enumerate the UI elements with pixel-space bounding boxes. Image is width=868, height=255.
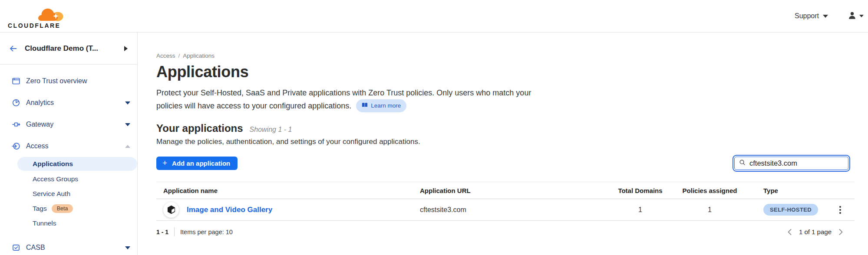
page-indicator: 1 of 1 page xyxy=(799,228,832,235)
next-page-icon[interactable] xyxy=(838,229,843,235)
chevron-down-icon xyxy=(859,15,864,17)
top-bar: CLOUDFLARE Support xyxy=(0,0,868,33)
cloudflare-cloud-icon xyxy=(37,7,65,23)
application-cube-icon xyxy=(163,202,179,218)
access-subnav: Applications Access Groups Service Auth … xyxy=(0,157,137,231)
section-subtext: Manage the policies, authentication, and… xyxy=(156,137,868,146)
total-domains-value: 1 xyxy=(607,206,674,214)
page-title: Applications xyxy=(156,63,868,81)
column-type: Type xyxy=(746,182,826,199)
sidebar-expand-icon[interactable] xyxy=(124,46,128,51)
column-application-name: Application name xyxy=(156,182,420,199)
page-description: Protect your Self-Hosted, SaaS and Priva… xyxy=(156,87,541,112)
sidebar-item-access-groups[interactable]: Access Groups xyxy=(0,172,137,186)
sidebar-item-label: Gateway xyxy=(26,121,53,128)
back-arrow-icon[interactable] xyxy=(9,44,18,53)
breadcrumb-separator: / xyxy=(178,52,180,59)
table-row: Image and Video Gallery cftestsite3.com … xyxy=(156,199,855,221)
cloudflare-wordmark: CLOUDFLARE xyxy=(8,22,60,29)
chevron-down-icon xyxy=(125,101,130,105)
sidebar-item-access[interactable]: Access xyxy=(0,135,137,157)
add-application-label: Add an application xyxy=(172,160,230,167)
sidebar-item-gateway[interactable]: Gateway xyxy=(0,114,137,135)
sidebar-item-analytics[interactable]: Analytics xyxy=(0,92,137,114)
section-title: Your applications xyxy=(156,122,243,134)
application-name-link[interactable]: Image and Video Gallery xyxy=(187,206,272,214)
items-per-page[interactable]: Items per page: 10 xyxy=(180,229,233,235)
add-application-button[interactable]: + Add an application xyxy=(156,157,238,170)
book-icon xyxy=(362,101,368,111)
sidebar-account-header: Cloudflare Demo (T... xyxy=(0,33,137,65)
sidebar-item-tunnels[interactable]: Tunnels xyxy=(0,216,137,231)
access-icon xyxy=(12,142,20,150)
chevron-down-icon xyxy=(125,123,130,126)
casb-icon xyxy=(12,243,20,252)
sidebar-item-applications[interactable]: Applications xyxy=(17,157,137,171)
search-input[interactable] xyxy=(749,159,844,167)
analytics-icon xyxy=(12,98,20,107)
sidebar-item-zero-trust-overview[interactable]: Zero Trust overview xyxy=(0,70,137,92)
gateway-icon xyxy=(12,120,20,129)
cloudflare-logo[interactable]: CLOUDFLARE xyxy=(8,5,66,27)
sidebar-item-label: Analytics xyxy=(26,99,54,107)
previous-page-icon[interactable] xyxy=(787,229,792,235)
breadcrumb-access[interactable]: Access xyxy=(156,52,175,59)
row-actions-kebab-icon[interactable] xyxy=(838,204,843,216)
learn-more-label: Learn more xyxy=(371,101,401,111)
user-menu[interactable] xyxy=(848,11,864,21)
column-application-url: Application URL xyxy=(420,182,607,199)
chevron-down-icon xyxy=(125,246,130,249)
sidebar-item-label: Access xyxy=(26,142,49,150)
sidebar-item-label: Access Groups xyxy=(33,175,78,183)
account-name[interactable]: Cloudflare Demo (T... xyxy=(25,44,98,53)
support-menu[interactable]: Support xyxy=(795,12,828,20)
type-badge: SELF-HOSTED xyxy=(763,204,818,216)
table-footer: 1 - 1 Items per page: 10 1 of 1 page xyxy=(156,227,855,236)
breadcrumb-applications[interactable]: Applications xyxy=(183,52,215,59)
sidebar-item-tags[interactable]: Tags Beta xyxy=(0,201,137,216)
divider xyxy=(174,227,175,236)
page-description-text: Protect your Self-Hosted, SaaS and Priva… xyxy=(156,88,531,110)
policies-assigned-value: 1 xyxy=(674,206,746,214)
sidebar-item-label: CASB xyxy=(26,244,45,252)
main-content: Access/Applications Applications Protect… xyxy=(138,33,868,255)
column-total-domains: Total Domains xyxy=(607,182,674,199)
items-range: 1 - 1 xyxy=(156,229,168,235)
search-box xyxy=(734,157,848,170)
sidebar-item-label: Service Auth xyxy=(33,190,70,198)
breadcrumb: Access/Applications xyxy=(156,52,868,59)
chevron-up-icon xyxy=(125,145,130,148)
sidebar-item-label: Applications xyxy=(33,160,73,168)
sidebar-item-label: Zero Trust overview xyxy=(26,77,87,85)
chevron-down-icon xyxy=(823,15,828,18)
sidebar-item-service-auth[interactable]: Service Auth xyxy=(0,186,137,201)
sidebar-item-label: Tunnels xyxy=(33,219,56,227)
search-icon xyxy=(739,159,746,167)
user-icon xyxy=(848,11,856,21)
sidebar-item-casb[interactable]: CASB xyxy=(0,237,137,255)
sidebar-nav: Zero Trust overview Analytics Gateway xyxy=(0,65,137,255)
column-policies-assigned: Policies assigned xyxy=(674,182,746,199)
learn-more-button[interactable]: Learn more xyxy=(356,99,406,112)
overview-icon xyxy=(12,77,20,85)
plus-icon: + xyxy=(162,159,167,167)
table-header: Application name Application URL Total D… xyxy=(156,182,855,199)
support-label: Support xyxy=(795,12,819,20)
application-url-value: cftestsite3.com xyxy=(420,206,607,214)
applications-table: Application name Application URL Total D… xyxy=(156,182,855,221)
sidebar: Cloudflare Demo (T... Zero Trust overvie… xyxy=(0,33,138,255)
beta-badge: Beta xyxy=(52,204,73,213)
sidebar-item-label: Tags xyxy=(33,205,47,212)
showing-count: Showing 1 - 1 xyxy=(250,126,292,134)
